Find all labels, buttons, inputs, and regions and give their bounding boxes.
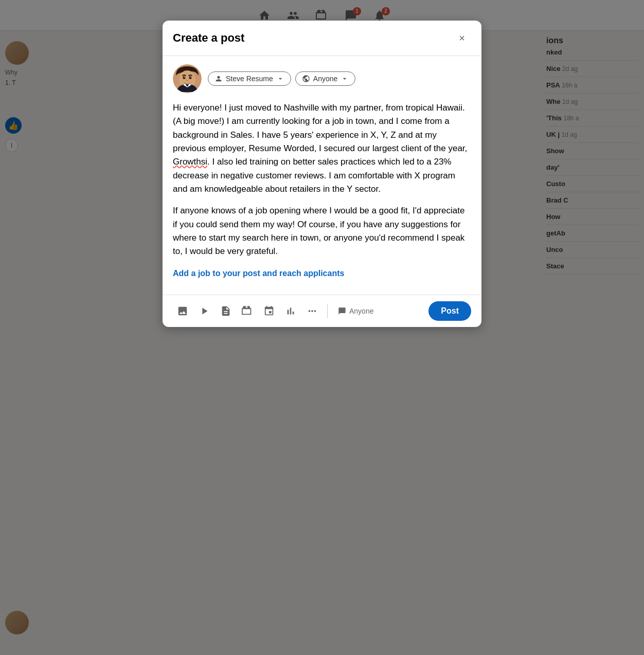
add-photo-button[interactable] — [173, 301, 192, 321]
user-name-label: Steve Resume — [226, 75, 273, 83]
svg-point-4 — [184, 77, 185, 78]
add-celebration-button[interactable] — [259, 301, 279, 321]
add-job-button[interactable] — [238, 301, 257, 321]
modal-body: Steve Resume Anyone — [163, 56, 481, 295]
svg-point-5 — [190, 77, 191, 78]
post-paragraph-2: If anyone knows of a job opening where I… — [173, 204, 471, 258]
misspelled-word: Growthsi — [173, 157, 207, 167]
modal-overlay: Create a post × — [0, 0, 644, 655]
user-pills: Steve Resume Anyone — [208, 71, 355, 86]
add-job-link[interactable]: Add a job to your post and reach applica… — [173, 269, 471, 278]
post-paragraph-1: Hi everyone! I just moved to Nashville w… — [173, 101, 471, 196]
footer-anyone-selector[interactable]: Anyone — [333, 304, 379, 318]
add-document-button[interactable] — [216, 301, 236, 321]
modal-header: Create a post × — [163, 21, 481, 56]
user-avatar — [173, 64, 202, 93]
add-video-button[interactable] — [194, 301, 214, 321]
more-options-button[interactable] — [302, 301, 322, 321]
create-post-modal: Create a post × — [163, 21, 481, 327]
post-text-content[interactable]: Hi everyone! I just moved to Nashville w… — [173, 101, 471, 259]
user-name-pill[interactable]: Steve Resume — [208, 71, 291, 86]
svg-point-3 — [189, 76, 192, 79]
add-chart-button[interactable] — [281, 301, 300, 321]
footer-anyone-label: Anyone — [349, 307, 373, 315]
close-button[interactable]: × — [453, 29, 471, 47]
post-button[interactable]: Post — [428, 301, 471, 321]
visibility-pill[interactable]: Anyone — [295, 71, 355, 86]
visibility-label: Anyone — [313, 75, 337, 83]
footer-action-icons: Anyone — [173, 301, 426, 321]
footer-divider — [327, 304, 328, 318]
modal-footer: Anyone Post — [163, 295, 481, 327]
modal-title: Create a post — [173, 31, 244, 45]
user-info-row: Steve Resume Anyone — [173, 64, 471, 93]
svg-point-2 — [183, 76, 186, 79]
